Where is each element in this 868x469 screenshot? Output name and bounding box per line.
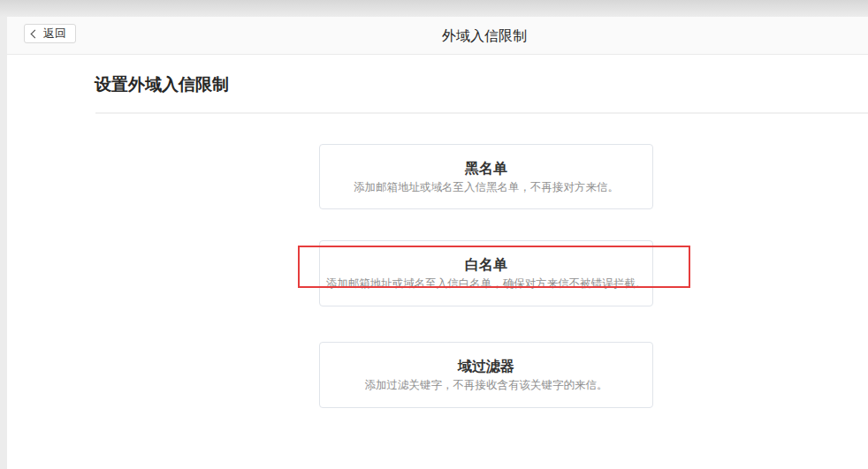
back-button[interactable]: 返回 <box>24 24 76 43</box>
settings-panel: 返回 外域入信限制 设置外域入信限制 黑名单 添加邮箱地址或域名至入信黑名单，不… <box>7 17 868 469</box>
section-divider <box>95 112 868 114</box>
section-heading: 设置外域入信限制 <box>95 74 229 95</box>
whitelist-card-title: 白名单 <box>320 257 652 272</box>
back-button-label: 返回 <box>43 26 66 42</box>
blacklist-card-title: 黑名单 <box>320 161 652 176</box>
domain-filter-card-title: 域过滤器 <box>320 359 652 374</box>
blacklist-card-description: 添加邮箱地址或域名至入信黑名单，不再接对方来信。 <box>320 180 652 194</box>
top-shadow-band <box>0 0 868 17</box>
domain-filter-card[interactable]: 域过滤器 添加过滤关键字，不再接收含有该关键字的来信。 <box>319 342 653 408</box>
whitelist-card[interactable]: 白名单 添加邮箱地址或域名至入信白名单，确保对方来信不被错误拦截。 <box>319 240 653 306</box>
blacklist-card[interactable]: 黑名单 添加邮箱地址或域名至入信黑名单，不再接对方来信。 <box>319 144 653 209</box>
page-title: 外域入信限制 <box>442 17 527 55</box>
whitelist-card-description: 添加邮箱地址或域名至入信白名单，确保对方来信不被错误拦截。 <box>320 276 652 291</box>
domain-filter-card-description: 添加过滤关键字，不再接收含有该关键字的来信。 <box>320 378 652 392</box>
chevron-left-icon <box>31 30 40 39</box>
panel-header: 返回 外域入信限制 <box>7 17 868 55</box>
